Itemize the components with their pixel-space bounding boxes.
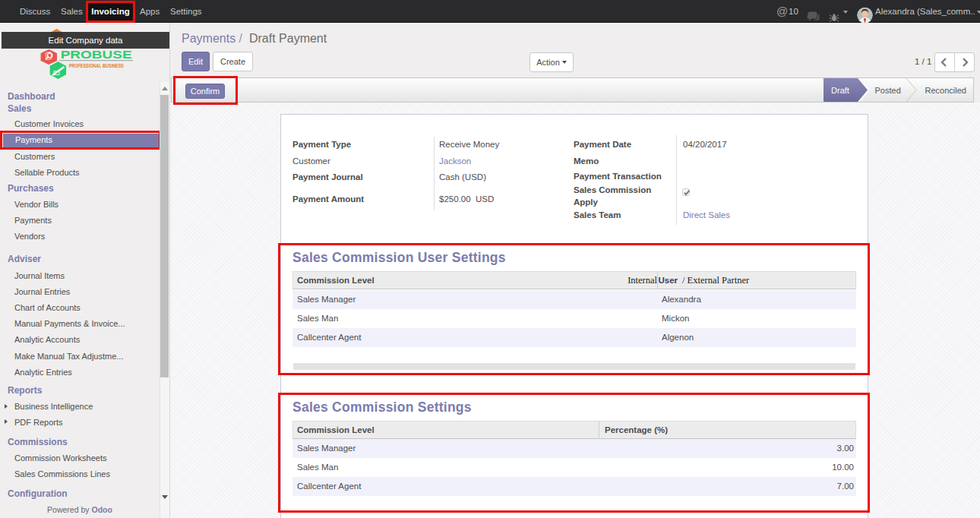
svg-text:Reconciled: Reconciled [925,86,966,95]
svg-text:PROFESSIONAL BUSINESS: PROFESSIONAL BUSINESS [69,63,125,68]
svg-text:Posted: Posted [875,86,901,95]
svg-text:PROBUSE: PROBUSE [61,48,132,61]
svg-text:Draft: Draft [831,86,849,95]
